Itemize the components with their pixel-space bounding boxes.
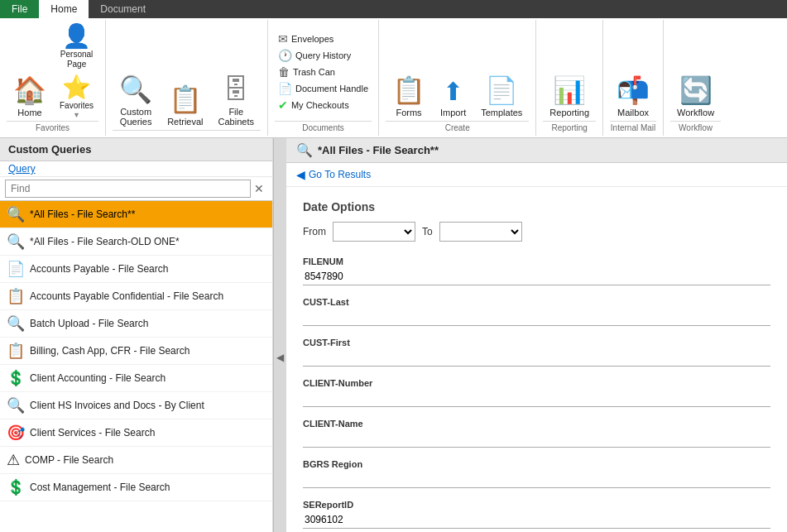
ribbon-internal-mail-label: Internal Mail (610, 121, 656, 132)
custom-queries-icon: 🔍 (119, 74, 152, 105)
ribbon: 🏠 Home 👤 Personal Page ⭐ Favorites ▼ Fav… (0, 18, 787, 138)
sidebar-query-link[interactable]: Query (0, 161, 272, 177)
field-client-number: CLIENT-Number (303, 378, 770, 407)
import-icon: ⬆ (443, 77, 463, 106)
sidebar-collapse-button[interactable]: ◀ (273, 138, 286, 532)
ribbon-reporting-label: Reporting (543, 121, 596, 132)
ribbon-group-internal-mail: 📬 Mailbox Internal Mail (603, 20, 664, 136)
client-number-input[interactable] (303, 390, 770, 407)
list-item-billing[interactable]: 📋 Billing, Cash App, CFR - File Search (0, 338, 272, 365)
list-item-icon-client-accounting: 💲 (7, 369, 25, 387)
personal-page-button[interactable]: 👤 Personal Page (55, 23, 98, 71)
from-date-select[interactable] (333, 222, 415, 242)
field-cust-first: CUST-First (303, 338, 770, 367)
templates-button[interactable]: 📄 Templates (474, 71, 529, 121)
sidebar-clear-button[interactable]: ✕ (251, 182, 267, 195)
list-item-icon-batch-upload: 🔍 (7, 314, 25, 333)
ribbon-nav-items: 🔍 Custom Queries 📋 Retrieval 🗄 File Cabi… (113, 23, 261, 130)
sidebar-list: 🔍 *All Files - File Search** 🔍 *All File… (0, 201, 272, 532)
ribbon-workflow-label: Workflow (670, 121, 721, 132)
import-button[interactable]: ⬆ Import (434, 74, 473, 121)
list-item-comp[interactable]: ⚠ COMP - File Search (0, 447, 272, 474)
home-button[interactable]: 🏠 Home (7, 71, 53, 121)
document-handle-button[interactable]: 📄 Document Handle (275, 81, 372, 96)
tab-home[interactable]: Home (39, 0, 89, 18)
top-bar: File Home Document (0, 0, 787, 18)
bgrs-region-input[interactable] (303, 471, 770, 488)
my-checkouts-button[interactable]: ✔ My Checkouts (275, 98, 372, 113)
reporting-button[interactable]: 📊 Reporting (543, 71, 596, 121)
ribbon-group-documents: ✉ Envelopes 🕐 Query History 🗑 Trash Can … (268, 20, 379, 136)
field-bgrs-region: BGRS Region (303, 459, 770, 488)
cust-last-input[interactable] (303, 309, 770, 326)
cust-first-input[interactable] (303, 349, 770, 367)
home-icon: 🏠 (13, 74, 46, 106)
sereportid-input[interactable] (303, 511, 770, 529)
retrieval-icon: 📋 (169, 84, 202, 115)
list-item-icon-accounts-payable-conf: 📋 (7, 287, 25, 305)
ribbon-create-label: Create (386, 121, 529, 132)
ribbon-workflow-items: 🔄 Workflow (670, 23, 721, 121)
list-item-accounts-payable-conf[interactable]: 📋 Accounts Payable Confidential - File S… (0, 283, 272, 310)
sidebar: Custom Queries Query ✕ 🔍 *All Files - Fi… (0, 138, 273, 532)
tab-file[interactable]: File (0, 0, 39, 18)
custom-queries-button[interactable]: 🔍 Custom Queries (113, 70, 159, 130)
sidebar-search-input[interactable] (5, 180, 251, 198)
list-item-client-accounting[interactable]: 💲 Client Accounting - File Search (0, 365, 272, 392)
field-filenum: FILENUM (303, 256, 770, 285)
trash-icon: 🗑 (278, 65, 290, 79)
list-item-all-files-old[interactable]: 🔍 *All Files - File Search-OLD ONE* (0, 228, 272, 256)
form-content: Date Options From To FILENUM CUST-Last (286, 187, 787, 532)
list-item-client-hs[interactable]: 🔍 Client HS Invoices and Docs - By Clien… (0, 392, 272, 419)
workflow-button[interactable]: 🔄 Workflow (670, 71, 721, 121)
content-area: 🔍 *All Files - File Search** ◀ Go To Res… (286, 138, 787, 532)
filenum-input[interactable] (303, 268, 770, 285)
envelope-icon: ✉ (278, 32, 288, 46)
ribbon-group-reporting: 📊 Reporting Reporting (536, 20, 603, 136)
ribbon-group-nav: 🔍 Custom Queries 📋 Retrieval 🗄 File Cabi… (106, 20, 268, 136)
list-item-all-files[interactable]: 🔍 *All Files - File Search** (0, 201, 272, 228)
date-options-title: Date Options (303, 200, 770, 213)
ribbon-favorites-label: Favorites (7, 121, 98, 132)
checkout-icon: ✔ (278, 98, 288, 112)
list-item-accounts-payable[interactable]: 📄 Accounts Payable - File Search (0, 256, 272, 283)
list-item-cost-management[interactable]: 💲 Cost Management - File Search (0, 474, 272, 501)
query-history-button[interactable]: 🕐 Query History (275, 48, 372, 63)
star-icon: ⭐ (62, 76, 91, 99)
content-title-bar: 🔍 *All Files - File Search** (286, 138, 787, 163)
main-layout: Custom Queries Query ✕ 🔍 *All Files - Fi… (0, 138, 787, 532)
to-date-select[interactable] (439, 222, 522, 242)
field-client-name: CLIENT-Name (303, 419, 770, 448)
list-item-icon-cost-management: 💲 (7, 478, 25, 496)
go-to-results-link[interactable]: ◀ Go To Results (286, 163, 787, 187)
field-sereportid: SEReportID (303, 500, 770, 529)
retrieval-button[interactable]: 📋 Retrieval (161, 80, 209, 130)
list-item-batch-upload[interactable]: 🔍 Batch Upload - File Search (0, 310, 272, 338)
list-item-icon-billing: 📋 (7, 342, 25, 360)
favorites-button[interactable]: ⭐ Favorites ▼ (55, 74, 98, 121)
back-arrow-icon: ◀ (296, 168, 305, 181)
list-item-icon-client-services: 🎯 (7, 424, 25, 442)
mailbox-icon: 📬 (617, 74, 650, 106)
content-title-icon: 🔍 (296, 142, 313, 158)
page-title: *All Files - File Search** (318, 144, 439, 156)
mailbox-button[interactable]: 📬 Mailbox (610, 71, 656, 121)
file-cabinets-button[interactable]: 🗄 File Cabinets (212, 71, 261, 130)
sidebar-search-bar: ✕ (0, 177, 272, 201)
list-item-icon-all-files-old: 🔍 (7, 232, 25, 251)
ribbon-create-items: 📋 Forms ⬆ Import 📄 Templates (386, 23, 529, 121)
favorites-dropdown-arrow: ▼ (73, 111, 80, 119)
ribbon-reporting-items: 📊 Reporting (543, 23, 596, 121)
list-item-client-services[interactable]: 🎯 Client Services - File Search (0, 419, 272, 447)
ribbon-favorites-items: 🏠 Home 👤 Personal Page ⭐ Favorites ▼ (7, 23, 98, 121)
client-name-input[interactable] (303, 430, 770, 448)
ribbon-nav-label (113, 130, 261, 132)
list-item-icon-all-files: 🔍 (7, 205, 25, 223)
envelopes-button[interactable]: ✉ Envelopes (275, 31, 372, 46)
file-cabinets-icon: 🗄 (223, 74, 249, 105)
list-item-icon-comp: ⚠ (7, 451, 20, 469)
list-item-icon-accounts-payable: 📄 (7, 260, 25, 278)
forms-button[interactable]: 📋 Forms (386, 71, 432, 121)
trash-can-button[interactable]: 🗑 Trash Can (275, 65, 372, 79)
tab-document[interactable]: Document (89, 0, 157, 18)
